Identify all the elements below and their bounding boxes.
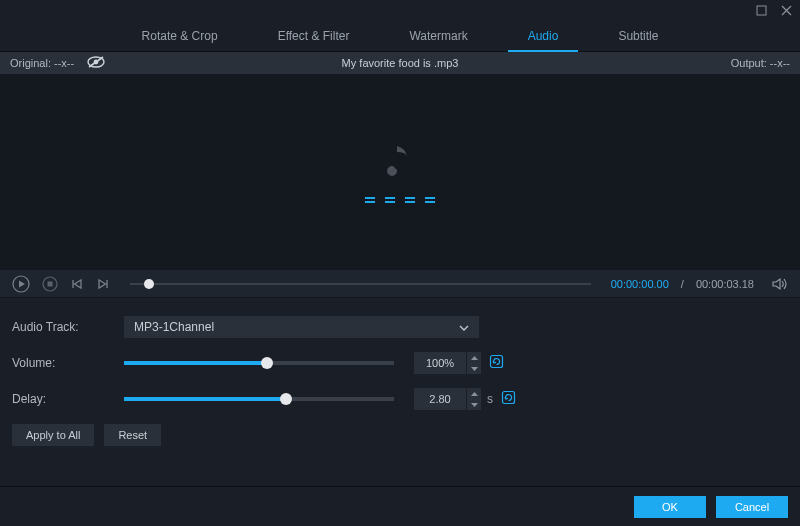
delay-label: Delay: <box>12 392 124 406</box>
music-note-icon <box>385 142 415 183</box>
preview-area <box>0 74 800 270</box>
output-dimensions: Output: --x-- <box>731 57 800 69</box>
volume-slider-fill <box>124 361 267 365</box>
volume-slider[interactable] <box>124 361 394 365</box>
equalizer-icon <box>365 201 435 203</box>
audio-track-label: Audio Track: <box>12 320 124 334</box>
tab-subtitle[interactable]: Subtitle <box>598 20 678 52</box>
audio-track-value: MP3-1Channel <box>134 320 214 334</box>
play-button[interactable] <box>12 275 30 293</box>
footer: OK Cancel <box>0 486 800 526</box>
info-bar: Original: --x-- My favorite food is .mp3… <box>0 52 800 74</box>
filename: My favorite food is .mp3 <box>342 57 459 69</box>
svg-rect-0 <box>757 6 766 15</box>
preview-toggle-icon[interactable] <box>86 55 106 71</box>
delay-step-up[interactable] <box>467 388 481 399</box>
svg-rect-7 <box>491 356 503 368</box>
tab-audio[interactable]: Audio <box>508 20 579 52</box>
tab-rotate-crop[interactable]: Rotate & Crop <box>122 20 238 52</box>
reset-button[interactable]: Reset <box>104 424 161 446</box>
volume-step-down[interactable] <box>467 363 481 374</box>
delay-slider-fill <box>124 397 286 401</box>
volume-label: Volume: <box>12 356 124 370</box>
svg-rect-8 <box>503 392 515 404</box>
original-dimensions: Original: --x-- <box>10 57 74 69</box>
delay-step-down[interactable] <box>467 399 481 410</box>
delay-stepper[interactable] <box>467 388 481 410</box>
progress-bar[interactable] <box>130 283 591 285</box>
stop-button[interactable] <box>42 276 58 292</box>
prev-button[interactable] <box>70 277 84 291</box>
tab-effect-filter[interactable]: Effect & Filter <box>258 20 370 52</box>
delay-slider-thumb[interactable] <box>280 393 292 405</box>
close-icon[interactable] <box>781 5 792 16</box>
delay-unit: s <box>487 392 493 406</box>
volume-stepper[interactable] <box>467 352 481 374</box>
delay-reset-icon[interactable] <box>501 390 516 408</box>
audio-panel: Audio Track: MP3-1Channel Volume: 100% D… <box>0 298 800 456</box>
next-button[interactable] <box>96 277 110 291</box>
volume-slider-thumb[interactable] <box>261 357 273 369</box>
volume-step-up[interactable] <box>467 352 481 363</box>
apply-to-all-button[interactable]: Apply to All <box>12 424 94 446</box>
svg-rect-6 <box>48 281 53 286</box>
time-separator: / <box>681 278 684 290</box>
delay-slider[interactable] <box>124 397 394 401</box>
current-time: 00:00:00.00 <box>611 278 669 290</box>
audio-track-select[interactable]: MP3-1Channel <box>124 316 479 338</box>
ok-button[interactable]: OK <box>634 496 706 518</box>
volume-value[interactable]: 100% <box>414 352 466 374</box>
total-time: 00:00:03.18 <box>696 278 754 290</box>
progress-thumb[interactable] <box>144 279 154 289</box>
tab-watermark[interactable]: Watermark <box>389 20 487 52</box>
delay-value[interactable]: 2.80 <box>414 388 466 410</box>
cancel-button[interactable]: Cancel <box>716 496 788 518</box>
volume-icon[interactable] <box>772 277 788 291</box>
tabs: Rotate & Crop Effect & Filter Watermark … <box>0 20 800 52</box>
volume-reset-icon[interactable] <box>489 354 504 372</box>
maximize-icon[interactable] <box>756 5 767 16</box>
player-controls: 00:00:00.00/00:00:03.18 <box>0 270 800 298</box>
chevron-down-icon <box>459 320 469 334</box>
